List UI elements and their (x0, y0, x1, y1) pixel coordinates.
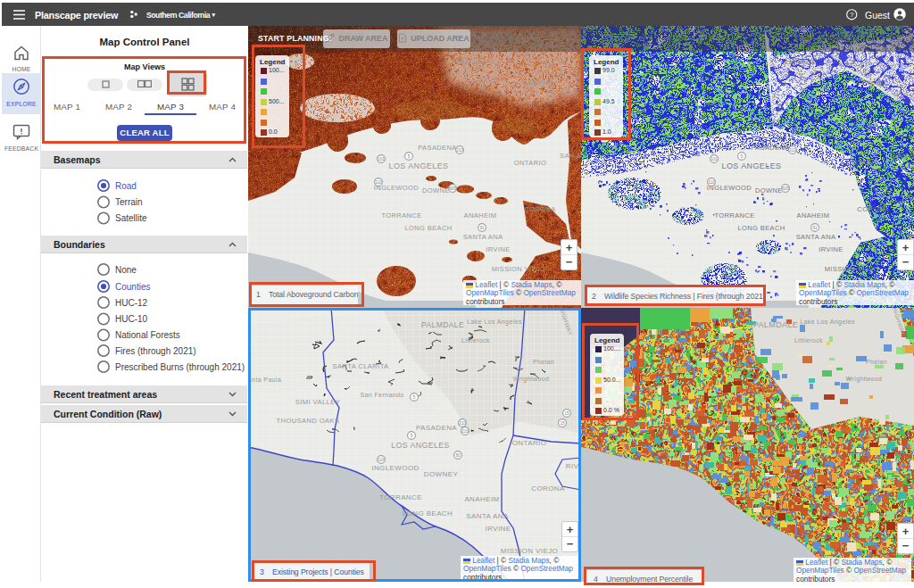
svg-text:Littlerock: Littlerock (794, 337, 823, 344)
svg-text:91: 91 (479, 226, 485, 230)
svg-text:Terrain: Terrain (115, 197, 143, 207)
svg-text:None: None (115, 265, 137, 275)
svg-text:IRVINE: IRVINE (486, 245, 510, 253)
svg-text:ONTARIO: ONTARIO (847, 159, 879, 167)
svg-text:210: 210 (789, 148, 796, 153)
svg-text:Fires (through 2021): Fires (through 2021) (115, 346, 196, 356)
svg-text:210: 210 (456, 148, 463, 153)
svg-text:Littlerock: Littlerock (785, 58, 816, 66)
svg-text:PASADENA: PASADENA (418, 144, 457, 152)
svg-text:SAN BE: SAN BE (893, 152, 914, 160)
svg-text:110: 110 (708, 180, 715, 185)
svg-text:Prescribed Burns (through 2021: Prescribed Burns (through 2021) (115, 362, 245, 372)
svg-text:ONTARIO: ONTARIO (514, 159, 546, 167)
svg-text:Lake Los Angeles: Lake Los Angeles (800, 319, 855, 326)
svg-text:TORRANCE: TORRANCE (381, 211, 421, 219)
svg-text:IRVINE: IRVINE (818, 245, 843, 253)
svg-text:MISSION VIEJO: MISSION VIEJO (492, 265, 546, 273)
svg-text:HUC-12: HUC-12 (115, 298, 148, 308)
svg-text:PALMDALE: PALMDALE (753, 320, 799, 329)
svg-text:ANAHEIM: ANAHEIM (464, 211, 497, 219)
svg-text:LONG BEACH: LONG BEACH (737, 224, 785, 232)
svg-text:605: 605 (449, 186, 456, 191)
svg-text:MISSION VIEJO: MISSION VIEJO (825, 265, 879, 273)
svg-text:HUC-10: HUC-10 (115, 314, 148, 324)
svg-text:Counties: Counties (115, 282, 150, 292)
svg-text:Littlerock: Littlerock (453, 58, 483, 66)
svg-text:101: 101 (710, 157, 718, 161)
svg-text:5: 5 (408, 154, 411, 159)
svg-text:Wrightwood: Wrightwood (846, 376, 883, 383)
svg-text:SANTA ANA: SANTA ANA (463, 233, 503, 241)
svg-text:LOS ANGELES: LOS ANGELES (389, 161, 449, 170)
svg-text:Road: Road (115, 181, 137, 191)
svg-text:CORONA: CORONA (857, 205, 888, 213)
svg-text:LOS ANGELES: LOS ANGELES (722, 161, 782, 170)
svg-text:SANTA ANA: SANTA ANA (796, 233, 836, 241)
svg-text:Phelan: Phelan (862, 79, 885, 87)
svg-text:SAN BE: SAN BE (560, 152, 581, 160)
svg-text:?: ? (850, 11, 853, 19)
svg-text:5: 5 (741, 154, 744, 159)
svg-text:ANAHEIM: ANAHEIM (797, 211, 830, 219)
svg-text:110: 110 (375, 180, 382, 185)
svg-text:605: 605 (782, 186, 789, 191)
svg-text:TORRANCE: TORRANCE (714, 211, 754, 219)
svg-text:LONG BEACH: LONG BEACH (404, 224, 452, 232)
svg-text:Phelan: Phelan (529, 79, 553, 87)
svg-text:101: 101 (378, 157, 385, 161)
svg-text:CORONA: CORONA (524, 205, 555, 213)
svg-text:91: 91 (812, 226, 818, 230)
svg-text:PASADENA: PASADENA (751, 144, 790, 152)
svg-text:Phelan: Phelan (866, 359, 887, 365)
svg-text:National Forests: National Forests (115, 330, 180, 340)
svg-text:Satellite: Satellite (115, 213, 147, 223)
